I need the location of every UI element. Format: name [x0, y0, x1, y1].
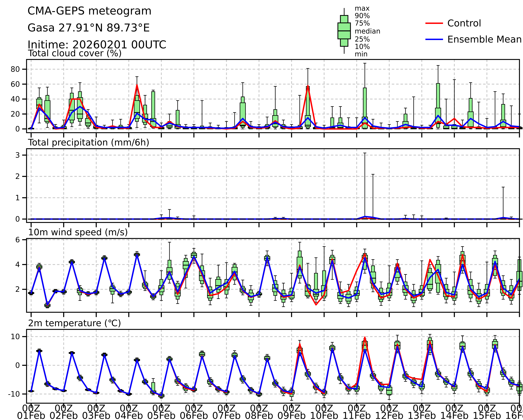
y-tick-label: 0 [15, 361, 20, 370]
meteogram-page: CMA-GEPS meteogram Gasa 27.91°N 89.73°E … [0, 0, 523, 420]
x-tick-label-day: 12Feb [375, 410, 404, 420]
temperature-plot: -1001000Z01Feb00Z02Feb00Z03Feb00Z04Feb00… [0, 0, 523, 420]
y-tick-label: 10 [11, 332, 20, 341]
gridlines [26, 329, 519, 403]
x-tick-label-day: 08Feb [245, 410, 273, 420]
x-tick-label-day: 09Feb [277, 410, 306, 420]
x-tick-label-day: 04Feb [114, 410, 143, 420]
x-tick-label-day: 03Feb [82, 410, 111, 420]
x-tick-label-day: 05Feb [147, 410, 176, 420]
x-tick-label-day: 11Feb [343, 410, 371, 420]
x-tick-label-day: 02Feb [49, 410, 78, 420]
x-tick-label-day: 07Feb [212, 410, 241, 420]
x-tick-label-day: 06Feb [180, 410, 208, 420]
x-tick-label-day: 14Feb [440, 410, 469, 420]
panel-border [26, 329, 519, 403]
x-tick-label-day: 10Feb [310, 410, 338, 420]
x-tick-label-day: 15Feb [473, 410, 501, 420]
x-tick-label-day: 16Feb [505, 410, 523, 420]
y-tick-label: -10 [8, 390, 20, 398]
ensemble-mean-line [31, 345, 519, 396]
x-tick-label-day: 13Feb [408, 410, 436, 420]
x-tick-label-day: 01Feb [17, 410, 45, 420]
x-axis-labels: 00Z01Feb00Z02Feb00Z03Feb00Z04Feb00Z05Feb… [17, 403, 523, 420]
ticks: -10010 [8, 332, 519, 408]
box-25-75 [386, 387, 392, 394]
